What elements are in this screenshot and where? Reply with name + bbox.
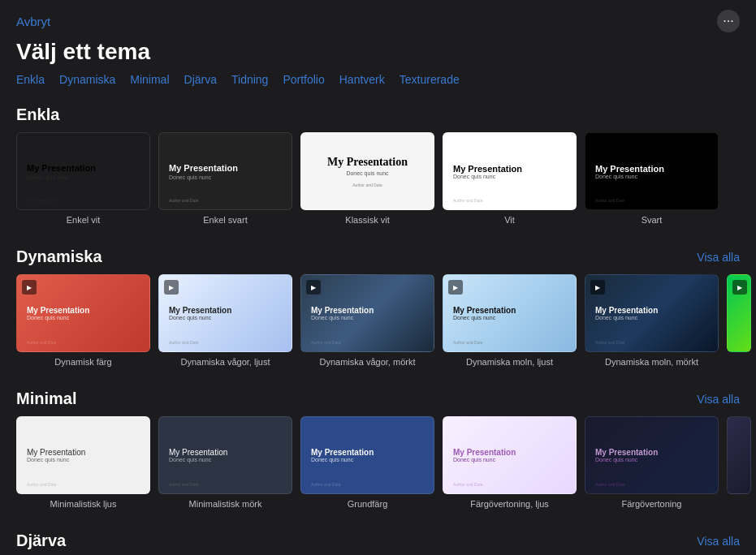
card-title: My Presentation [27,306,140,315]
card-subtitle: Donec quis nunc [453,457,566,462]
theme-min-mork[interactable]: My Presentation Donec quis nunc Author a… [158,416,292,509]
theme-card-fargov: My Presentation Donec quis nunc Author a… [585,416,719,494]
card-author: Author and Date [169,482,198,487]
theme-label-vagor-morkt: Dynamiska vågor, mörkt [320,357,416,367]
section-djärva-header: Djärva Visa alla [0,525,756,555]
theme-label-enkel-vit: Enkel vit [67,215,101,225]
tab-dynamiska[interactable]: Dynamiska [59,73,115,86]
section-enkla-title: Enkla [16,105,59,124]
section-enkla: Enkla My Presentation Donec quis nunc Au… [0,99,756,234]
card-title: My Presentation [453,306,566,315]
theme-label-fargov: Färgövertoning [622,499,682,509]
theme-label-fargov-ljus: Färgövertoning, ljus [470,499,549,509]
theme-card-enkel-svart: My Presentation Donec quis nunc Author a… [158,132,292,210]
theme-card-min-extra [727,416,751,494]
tab-portfolio[interactable]: Portfolio [283,73,324,86]
card-title: My Presentation [327,156,408,169]
section-minimal-header: Minimal Visa alla [0,383,756,416]
section-djärva: Djärva Visa alla MY PRES. MY PRES. [0,525,756,555]
theme-enkel-svart[interactable]: My Presentation Donec quis nunc Author a… [158,132,292,225]
theme-klassisk-vit[interactable]: My Presentation Donec quis nunc Author a… [300,132,434,225]
theme-card-moln-ljust: ▶ My Presentation Donec quis nunc Author… [443,274,577,352]
theme-min-ljus[interactable]: My Presentation Donec quis nunc Author a… [16,416,150,509]
card-subtitle: Donec quis nunc [169,174,282,180]
theme-label-min-mork: Minimalistisk mörk [189,499,262,509]
see-all-dynamiska[interactable]: Visa alla [697,251,740,264]
theme-dynamiska-moln-ljust[interactable]: ▶ My Presentation Donec quis nunc Author… [443,274,577,367]
theme-label-vit: Vit [504,215,515,225]
card-subtitle: Donec quis nunc [453,174,566,179]
theme-dynamiska-vagor-ljust[interactable]: ▶ My Presentation Donec quis nunc Author… [158,274,292,367]
theme-fargov[interactable]: My Presentation Donec quis nunc Author a… [585,416,719,509]
card-title: My Presentation [453,448,566,457]
card-subtitle: Donec quis nunc [595,174,708,179]
theme-card-vagor-ljust: ▶ My Presentation Donec quis nunc Author… [158,274,292,352]
tab-minimal[interactable]: Minimal [130,73,169,86]
card-author: Author and Date [453,340,482,345]
card-subtitle: Donec quis nunc [169,315,282,321]
more-icon: ··· [723,14,733,28]
theme-grid-enkla: My Presentation Donec quis nunc Author a… [0,132,756,234]
card-title: My Presentation [27,163,140,173]
theme-dynamiska-vagor-morkt[interactable]: ▶ My Presentation Donec quis nunc Author… [300,274,434,367]
theme-dynamisk-farg[interactable]: ▶ My Presentation Donec quis nunc Author… [16,274,150,367]
card-subtitle: Donec quis nunc [169,457,282,462]
theme-enkel-vit[interactable]: My Presentation Donec quis nunc Author a… [16,132,150,225]
theme-fargov-ljus[interactable]: My Presentation Donec quis nunc Author a… [443,416,577,509]
card-title: My Presentation [27,448,140,457]
section-minimal: Minimal Visa alla My Presentation Donec … [0,383,756,518]
card-title: My Presentation [311,306,424,315]
tab-enkla[interactable]: Enkla [16,73,45,86]
theme-grid-minimal: My Presentation Donec quis nunc Author a… [0,416,756,518]
see-all-minimal[interactable]: Visa alla [697,393,740,406]
theme-label-vagor-ljust: Dynamiska vågor, ljust [180,357,270,367]
theme-min-extra[interactable] [727,416,751,509]
card-author: Author and Date [595,482,624,487]
tab-texturerade[interactable]: Texturerade [400,73,460,86]
cancel-button[interactable]: Avbryt [16,15,50,28]
theme-svart[interactable]: My Presentation Donec quis nunc Author a… [585,132,719,225]
theme-label-enkel-svart: Enkel svart [203,215,247,225]
theme-dynamiska-extra[interactable]: ▶ [727,274,751,367]
filter-tabs: Enkla Dynamiska Minimal Djärva Tidning P… [0,73,756,99]
card-title: My Presentation [453,164,566,174]
theme-label-grundfarg: Grundfärg [348,499,388,509]
section-djärva-title: Djärva [16,531,66,550]
card-author: Author and Date [27,198,56,203]
theme-dynamiska-moln-morkt[interactable]: ▶ My Presentation Donec quis nunc Author… [585,274,719,367]
tab-hantverk[interactable]: Hantverk [339,73,385,86]
tab-djärva[interactable]: Djärva [184,73,217,86]
more-button[interactable]: ··· [717,10,740,32]
card-author: Author and Date [311,482,340,487]
card-subtitle: Donec quis nunc [311,315,424,321]
section-enkla-header: Enkla [0,99,756,132]
card-author: Author and Date [453,198,482,203]
theme-card-min-mork: My Presentation Donec quis nunc Author a… [158,416,292,494]
card-title: My Presentation [169,163,282,173]
theme-card-vit: My Presentation Donec quis nunc Author a… [443,132,577,210]
card-title: My Presentation [595,306,708,315]
theme-card-dynamisk-farg: ▶ My Presentation Donec quis nunc Author… [16,274,150,352]
theme-card-moln-morkt: ▶ My Presentation Donec quis nunc Author… [585,274,719,352]
theme-card-extra: ▶ [727,274,751,352]
card-subtitle: Donec quis nunc [27,174,140,180]
theme-label-svart: Svart [642,215,663,225]
tab-tidning[interactable]: Tidning [231,73,268,86]
card-author: Author and Date [27,482,56,487]
theme-card-grundfarg: My Presentation Donec quis nunc Author a… [300,416,434,494]
card-author: Author and Date [352,183,382,187]
card-title: My Presentation [311,448,424,457]
see-all-djärva[interactable]: Visa alla [697,535,740,548]
section-dynamiska-header: Dynamiska Visa alla [0,241,756,274]
page-title: Välj ett tema [0,39,756,73]
card-title: My Presentation [595,164,708,174]
theme-vit[interactable]: My Presentation Donec quis nunc Author a… [443,132,577,225]
theme-grundfarg[interactable]: My Presentation Donec quis nunc Author a… [300,416,434,509]
card-author: Author and Date [595,198,624,203]
theme-card-klassisk-vit: My Presentation Donec quis nunc Author a… [300,132,434,210]
card-subtitle: Donec quis nunc [346,170,388,176]
theme-label-dynamisk-farg: Dynamisk färg [54,357,111,367]
play-icon: ▶ [732,280,747,295]
theme-card-fargov-ljus: My Presentation Donec quis nunc Author a… [443,416,577,494]
theme-card-vagor-morkt: ▶ My Presentation Donec quis nunc Author… [300,274,434,352]
